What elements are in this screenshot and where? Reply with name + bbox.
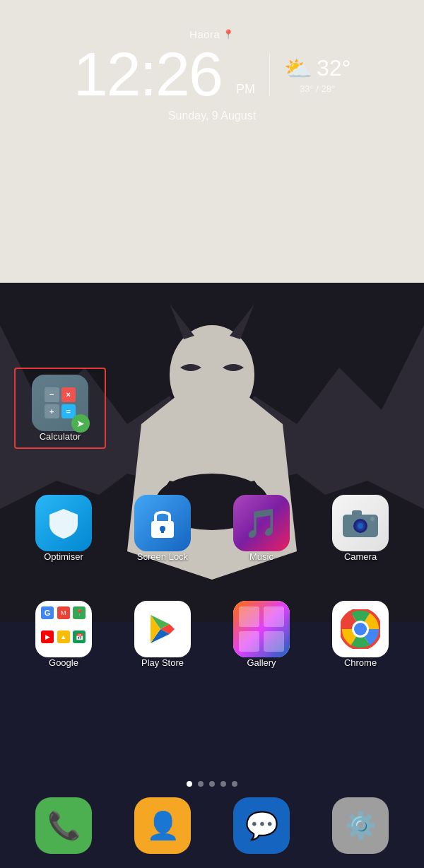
gallery-svg: [233, 601, 290, 657]
calc-minus: −: [45, 387, 59, 402]
dot-4: [220, 781, 226, 787]
dot-1: [187, 781, 192, 787]
svg-rect-16: [264, 606, 284, 627]
music-label: Music: [249, 551, 273, 562]
settings-cell[interactable]: ⚙️: [322, 797, 399, 854]
screenlock-lock: [147, 505, 178, 541]
weather-range: 33° / 28°: [300, 83, 335, 94]
batman-background: [0, 283, 424, 622]
gallery-icon: [233, 601, 290, 657]
chrome-cell[interactable]: Chrome: [322, 601, 399, 668]
phone-cell[interactable]: 📞: [25, 797, 102, 854]
phone-icon: 📞: [35, 797, 92, 854]
playstore-icon: [134, 601, 191, 657]
svg-point-22: [354, 623, 367, 635]
optimiser-icon: [35, 495, 92, 551]
optimiser-shield: [46, 505, 81, 541]
svg-marker-2: [230, 304, 254, 339]
google-icon: G M 📍 ▶ ▲ 📅: [35, 601, 92, 657]
calculator-icon: − × + = ➤: [32, 375, 88, 431]
chrome-label: Chrome: [344, 657, 377, 668]
music-cell[interactable]: 🎵 Music: [223, 495, 300, 562]
dot-5: [232, 781, 237, 787]
clock-row: 12:26 PM ⛅ 32° 33° / 28°: [0, 43, 424, 105]
optimiser-cell[interactable]: Optimiser: [25, 495, 102, 562]
app-row-1: Optimiser Screen Lock 🎵 Music: [0, 495, 424, 562]
clock-divider: [269, 53, 270, 95]
contacts-cell[interactable]: 👤: [124, 797, 201, 854]
screenlock-icon: [134, 495, 191, 551]
playstore-label: Play Store: [141, 657, 184, 668]
settings-icon: ⚙️: [332, 797, 389, 854]
dot-2: [198, 781, 204, 787]
google-cell[interactable]: G M 📍 ▶ ▲ 📅 Google: [25, 601, 102, 668]
weather-row: ⛅ 32°: [284, 55, 351, 82]
screenlock-label: Screen Lock: [137, 551, 188, 562]
dot-3: [209, 781, 215, 787]
gallery-label: Gallery: [247, 657, 276, 668]
svg-rect-6: [161, 529, 164, 533]
messages-cell[interactable]: 💬: [223, 797, 300, 854]
page-dots: [0, 781, 424, 787]
chrome-svg: [341, 609, 380, 649]
chrome-icon: [332, 601, 389, 657]
svg-rect-11: [352, 510, 362, 516]
weather-temp: 32°: [317, 55, 351, 81]
calc-grid: − × + =: [45, 387, 76, 418]
calc-share-arrow: ➤: [71, 414, 90, 433]
camera-label: Camera: [344, 551, 377, 562]
location-icon: 📍: [223, 29, 235, 40]
playstore-svg: [145, 611, 180, 647]
status-bar: [0, 0, 424, 20]
clock-ampm: PM: [236, 82, 255, 97]
clock-widget: Haora 📍 12:26 PM ⛅ 32° 33° / 28° Sunday,…: [0, 28, 424, 122]
weather-icon: ⛅: [284, 55, 312, 82]
camera-svg: [341, 508, 379, 539]
camera-icon: [332, 495, 389, 551]
clock-time: 12:26: [73, 43, 222, 105]
svg-marker-1: [170, 304, 194, 339]
svg-point-0: [170, 325, 254, 424]
dock: 📞 👤 💬 ⚙️: [0, 797, 424, 854]
calc-multiply: ×: [61, 387, 76, 402]
gallery-cell[interactable]: Gallery: [223, 601, 300, 668]
weather-widget: ⛅ 32° 33° / 28°: [284, 55, 351, 94]
contacts-icon: 👤: [134, 797, 191, 854]
svg-point-12: [370, 517, 375, 521]
playstore-cell[interactable]: Play Store: [124, 601, 201, 668]
svg-rect-18: [264, 631, 284, 652]
calculator-selected-container[interactable]: − × + = ➤ Calculator: [14, 368, 106, 449]
batman-logo-svg: [0, 283, 424, 622]
calculator-label: Calculator: [40, 431, 81, 442]
optimiser-label: Optimiser: [44, 551, 83, 562]
svg-rect-15: [239, 606, 259, 627]
messages-icon: 💬: [233, 797, 290, 854]
screenlock-cell[interactable]: Screen Lock: [124, 495, 201, 562]
svg-point-10: [358, 523, 363, 529]
date-text: Sunday, 9 August: [0, 110, 424, 122]
calc-plus: +: [45, 404, 59, 419]
svg-rect-17: [239, 631, 259, 652]
app-row-2: G M 📍 ▶ ▲ 📅 Google Play Store: [0, 601, 424, 668]
music-icon: 🎵: [233, 495, 290, 551]
google-label: Google: [49, 657, 78, 668]
camera-cell[interactable]: Camera: [322, 495, 399, 562]
